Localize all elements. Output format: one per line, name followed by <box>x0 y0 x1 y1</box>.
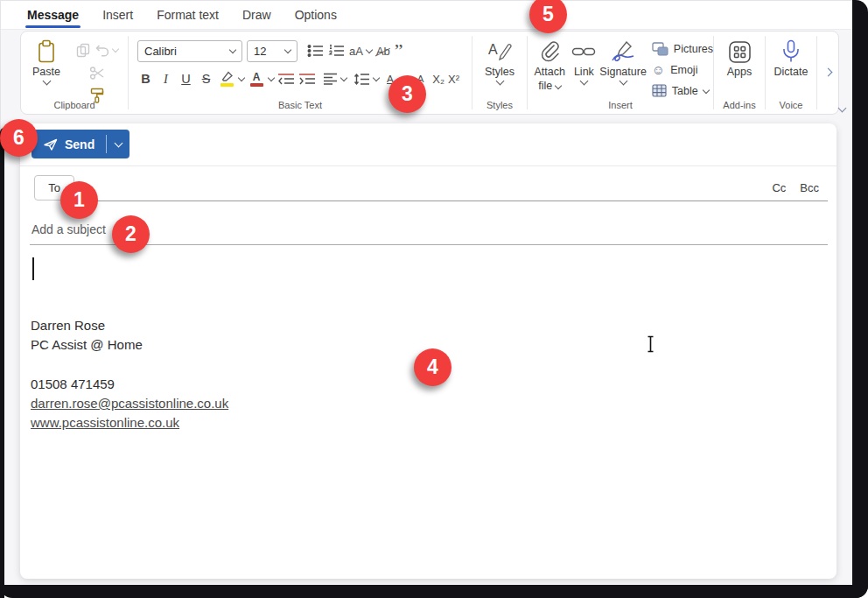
font-color-swatch <box>250 83 263 87</box>
capture-frame-bottom <box>0 585 868 598</box>
font-size-chevron <box>284 46 291 53</box>
tab-insert[interactable]: Insert <box>102 1 133 30</box>
signature-email-wrap: darren.rose@pcassistonline.co.uk <box>31 394 228 413</box>
send-label: Send <box>65 137 94 151</box>
change-case-chevron <box>366 46 373 53</box>
bcc-button[interactable]: Bcc <box>800 181 819 194</box>
annotation-badge-4: 4 <box>414 348 452 386</box>
font-color-button[interactable]: A <box>248 72 265 87</box>
dictate-microphone-icon <box>781 39 801 65</box>
tab-draw[interactable]: Draw <box>242 1 271 30</box>
styles-group-caption: Styles <box>472 100 527 110</box>
send-button[interactable]: Send <box>32 130 106 158</box>
clear-formatting-button[interactable]: Ab <box>376 45 390 58</box>
table-chevron <box>702 86 709 93</box>
to-button-label: To <box>48 181 60 194</box>
window-content: Message Insert Format text Draw Options … <box>0 0 852 585</box>
link-icon <box>571 39 596 65</box>
numbered-list-icon[interactable] <box>328 44 345 58</box>
bold-button[interactable]: B <box>137 72 154 86</box>
group-voice: Dictate Voice <box>766 32 816 114</box>
cut-scissors-icon[interactable] <box>89 66 105 81</box>
annotation-badge-2: 2 <box>112 215 150 253</box>
dictate-button[interactable]: Dictate <box>766 39 816 79</box>
font-size-value: 12 <box>254 45 266 58</box>
emoji-label: Emoji <box>670 64 697 76</box>
ibeam-mouse-cursor <box>645 335 656 353</box>
pictures-button[interactable]: Pictures <box>652 40 713 57</box>
blockquote-icon[interactable]: ” <box>395 45 403 57</box>
table-button[interactable]: Table <box>652 82 713 99</box>
align-button[interactable] <box>323 73 338 85</box>
capture-frame-right <box>852 0 868 598</box>
signature-icon <box>610 39 636 65</box>
change-case-label: aA <box>349 45 363 58</box>
ribbon-more-button[interactable] <box>817 32 838 114</box>
tab-format-text[interactable]: Format text <box>157 1 219 30</box>
subject-underline <box>30 244 828 245</box>
emoji-button[interactable]: ☺ Emoji <box>652 61 713 78</box>
table-icon <box>652 84 667 97</box>
subscript-button[interactable]: X₂ <box>432 73 444 86</box>
recipients-input[interactable] <box>81 178 749 201</box>
signature-email-link[interactable]: darren.rose@pcassistonline.co.uk <box>31 396 228 411</box>
signature-website-link[interactable]: www.pcassistonline.co.uk <box>31 415 179 430</box>
ribbon-tab-bar: Message Insert Format text Draw Options <box>1 1 852 30</box>
undo-button[interactable] <box>95 44 118 57</box>
collapse-ribbon-button[interactable] <box>839 99 845 115</box>
send-icon <box>43 137 58 151</box>
insert-group-caption: Insert <box>528 100 713 110</box>
font-name-value: Calibri <box>144 45 177 58</box>
pictures-icon <box>652 42 668 56</box>
tab-options[interactable]: Options <box>295 1 337 30</box>
tab-message[interactable]: Message <box>27 1 79 30</box>
group-insert: Attach file Link <box>528 32 713 114</box>
send-dropdown-chevron <box>114 139 122 148</box>
change-case-button[interactable]: aA <box>349 45 372 58</box>
apps-button[interactable]: Apps <box>714 39 765 79</box>
signature-website-wrap: www.pcassistonline.co.uk <box>31 413 179 433</box>
send-split-button[interactable]: Send <box>32 130 130 158</box>
styles-icon: A <box>486 39 513 65</box>
highlight-color-swatch <box>220 83 234 87</box>
capture-frame-left <box>0 128 4 598</box>
highlight-button[interactable] <box>218 71 235 87</box>
italic-button[interactable]: I <box>158 72 174 87</box>
copy-icon[interactable] <box>76 43 90 58</box>
signature-name: Darren Rose <box>31 316 105 335</box>
font-size-select[interactable]: 12 <box>247 40 298 62</box>
font-name-select[interactable]: Calibri <box>137 40 242 62</box>
increase-indent-icon[interactable] <box>298 73 316 86</box>
attach-paperclip-icon <box>538 39 561 65</box>
align-chevron[interactable] <box>340 74 347 81</box>
superscript-button[interactable]: X² <box>448 73 459 86</box>
ribbon: Paste <box>20 31 839 115</box>
highlight-chevron[interactable] <box>238 74 245 81</box>
underline-button[interactable]: U <box>178 72 194 86</box>
apps-icon <box>728 39 752 65</box>
strikethrough-button[interactable]: S <box>198 72 214 86</box>
decrease-indent-icon[interactable] <box>277 73 295 86</box>
paste-clipboard-icon <box>35 39 58 65</box>
line-spacing-button[interactable] <box>354 73 370 86</box>
voice-group-caption: Voice <box>766 100 816 110</box>
recipients-underline <box>74 201 828 201</box>
send-options-dropdown[interactable] <box>107 130 130 158</box>
annotation-badge-3: 3 <box>388 75 426 113</box>
svg-text:A: A <box>488 42 498 57</box>
clear-formatting-label: Ab <box>376 45 390 58</box>
signature-phone: 01508 471459 <box>31 375 115 394</box>
font-name-chevron <box>229 46 236 53</box>
cc-button[interactable]: Cc <box>772 181 786 194</box>
line-spacing-chevron[interactable] <box>373 74 380 81</box>
group-styles: A Styles Styles <box>472 32 527 114</box>
attach-label-line2: file <box>538 80 552 93</box>
font-color-letter: A <box>253 72 261 82</box>
tab-message-label: Message <box>27 8 79 22</box>
apps-label: Apps <box>727 66 752 79</box>
styles-button[interactable]: A Styles <box>472 39 527 84</box>
bulleted-list-icon[interactable] <box>307 44 324 58</box>
font-color-chevron[interactable] <box>268 74 275 81</box>
group-clipboard: Paste <box>21 32 128 114</box>
addins-group-caption: Add-ins <box>714 100 765 110</box>
